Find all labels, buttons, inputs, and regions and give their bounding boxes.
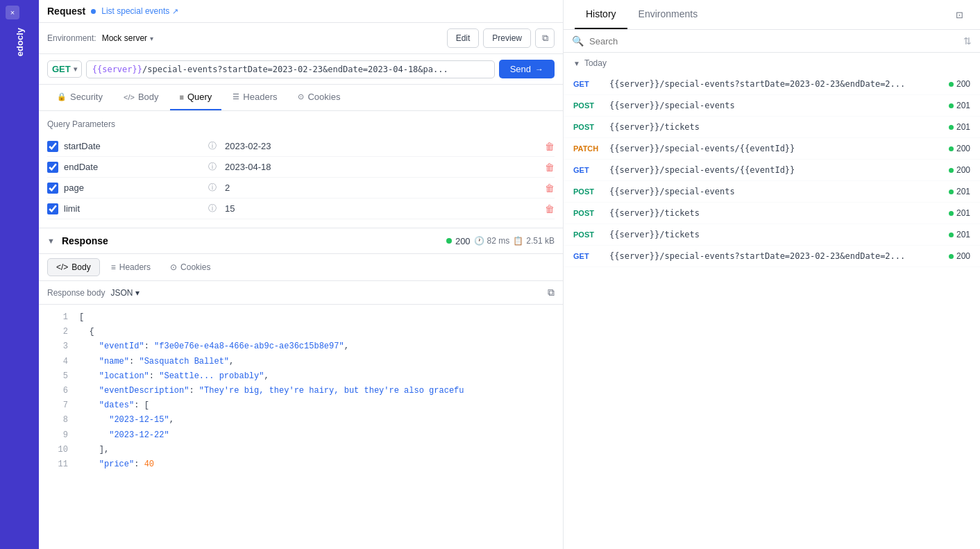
- format-selector[interactable]: JSON ▾: [110, 288, 140, 298]
- tab-history[interactable]: History: [575, 0, 627, 29]
- status-dot: [446, 238, 452, 244]
- history-method: GET: [573, 252, 604, 260]
- clock-icon: 🕐: [474, 236, 484, 246]
- line-number: 5: [47, 370, 68, 383]
- json-punct: ,: [264, 371, 269, 381]
- method-selector[interactable]: GET ▾: [47, 60, 82, 78]
- tab-headers[interactable]: ☰ Headers: [223, 85, 287, 110]
- history-status: 201: [949, 101, 970, 110]
- close-button[interactable]: ×: [6, 6, 19, 19]
- json-number: 40: [144, 459, 154, 469]
- history-method: GET: [573, 80, 604, 88]
- line-content: {: [79, 326, 94, 339]
- resp-tab-body[interactable]: </> Body: [47, 258, 100, 276]
- collapse-icon[interactable]: ▼: [47, 237, 55, 245]
- line-content: ],: [79, 444, 109, 457]
- json-punct: [79, 386, 99, 396]
- send-button[interactable]: Send →: [499, 60, 555, 78]
- format-value: JSON: [110, 288, 133, 298]
- history-item[interactable]: POST {{server}}/tickets 201: [564, 224, 980, 246]
- send-label: Send: [510, 64, 531, 74]
- history-item[interactable]: POST {{server}}/special-events 201: [564, 95, 980, 117]
- json-punct: ,: [344, 341, 349, 351]
- preview-button[interactable]: Preview: [483, 28, 531, 48]
- copy-env-button[interactable]: ⧉: [535, 28, 555, 48]
- param-info-endDate[interactable]: ⓘ: [208, 161, 219, 173]
- param-checkbox-startDate[interactable]: [47, 141, 58, 152]
- history-status: 201: [949, 230, 970, 239]
- param-name-startDate: startDate: [64, 141, 203, 151]
- response-header: ▼ Response 200 🕐 82 ms 📋 2.51 kB: [39, 228, 563, 254]
- history-method: POST: [573, 187, 604, 196]
- tab-headers-label: Headers: [243, 92, 277, 102]
- history-status-code: 200: [956, 79, 970, 89]
- param-checkbox-endDate[interactable]: [47, 162, 58, 173]
- query-params-list: startDate ⓘ 2023-02-23 🗑 endDate ⓘ 2023-…: [47, 136, 555, 219]
- history-status-dot: [949, 211, 954, 216]
- tab-query[interactable]: ≡ Query: [170, 85, 222, 110]
- param-info-startDate[interactable]: ⓘ: [208, 140, 219, 152]
- line-content: "eventDescription": "They're big, they'r…: [79, 385, 464, 398]
- history-extra-button[interactable]: ⊡: [949, 5, 969, 24]
- param-row: limit ⓘ 15 🗑: [47, 199, 555, 219]
- history-item[interactable]: GET {{server}}/special-events?startDate=…: [564, 246, 980, 267]
- history-item[interactable]: GET {{server}}/special-events?startDate=…: [564, 74, 980, 95]
- response-section: ▼ Response 200 🕐 82 ms 📋 2.51 kB </> Bod…: [39, 228, 563, 549]
- history-status-code: 201: [956, 187, 970, 196]
- filter-icon[interactable]: ⇅: [963, 35, 972, 47]
- line-number: 4: [47, 355, 68, 369]
- line-content: "price": 40: [79, 458, 154, 471]
- copy-response-button[interactable]: ⧉: [548, 287, 555, 298]
- history-status: 201: [949, 208, 970, 218]
- tab-cookies[interactable]: ⊙ Cookies: [288, 85, 350, 110]
- param-info-limit[interactable]: ⓘ: [208, 203, 219, 214]
- request-tab-tag[interactable]: List special events ↗: [101, 6, 178, 16]
- json-punct: ,: [229, 357, 234, 366]
- resp-body-icon: </>: [56, 262, 68, 272]
- param-checkbox-limit[interactable]: [47, 203, 58, 214]
- history-tab-label: History: [586, 8, 616, 19]
- cookies-icon: ⊙: [298, 92, 304, 101]
- tab-security[interactable]: 🔒 Security: [47, 85, 112, 110]
- url-input[interactable]: {{server}}/special-events?startDate=2023…: [86, 60, 495, 78]
- history-status-code: 201: [956, 230, 970, 239]
- history-panel: History Environments ⊡ 🔍 ⇅ ▼ Today GET {…: [564, 0, 980, 549]
- history-section-today[interactable]: ▼ Today: [564, 53, 980, 74]
- param-value-limit: 15: [225, 203, 539, 214]
- resp-tab-headers[interactable]: ≡ Headers: [103, 259, 159, 276]
- param-delete-startDate[interactable]: 🗑: [545, 141, 555, 152]
- history-status-dot: [949, 168, 954, 173]
- url-server-part: {{server}}: [92, 65, 142, 74]
- history-item[interactable]: GET {{server}}/special-events/{{eventId}…: [564, 160, 980, 181]
- line-content: "eventId": "f3e0e76e-e4a8-466e-ab9c-ae36…: [79, 340, 349, 353]
- history-item[interactable]: PATCH {{server}}/special-events/{{eventI…: [564, 138, 980, 160]
- history-list: GET {{server}}/special-events?startDate=…: [564, 74, 980, 267]
- history-item[interactable]: POST {{server}}/tickets 201: [564, 203, 980, 224]
- param-info-page[interactable]: ⓘ: [208, 182, 219, 194]
- environment-selector[interactable]: Mock server ▾: [102, 33, 153, 43]
- code-line: 10 ],: [39, 443, 563, 457]
- resp-tab-cookies[interactable]: ⊙ Cookies: [162, 259, 219, 276]
- param-checkbox-page[interactable]: [47, 183, 58, 194]
- history-item[interactable]: POST {{server}}/special-events 201: [564, 181, 980, 203]
- code-line: 3 "eventId": "f3e0e76e-e4a8-466e-ab9c-ae…: [39, 339, 563, 354]
- code-line: 1[: [39, 310, 563, 325]
- param-name-page: page: [64, 183, 203, 193]
- line-content: "location": "Seattle... probably",: [79, 370, 269, 383]
- search-input[interactable]: [589, 36, 958, 47]
- history-url: {{server}}/tickets: [609, 122, 943, 132]
- history-item[interactable]: POST {{server}}/tickets 201: [564, 117, 980, 138]
- history-method: POST: [573, 230, 604, 239]
- param-delete-endDate[interactable]: 🗑: [545, 162, 555, 173]
- request-tabs-bar: 🔒 Security </> Body ≡ Query ☰ Headers ⊙ …: [39, 85, 563, 111]
- section-title: Today: [584, 58, 607, 68]
- param-delete-limit[interactable]: 🗑: [545, 203, 555, 214]
- param-delete-page[interactable]: 🗑: [545, 183, 555, 194]
- param-value-page: 2: [225, 183, 539, 193]
- query-params-section: Query Parameters startDate ⓘ 2023-02-23 …: [39, 111, 563, 228]
- resp-cookies-icon: ⊙: [170, 262, 177, 272]
- tab-body[interactable]: </> Body: [114, 85, 169, 110]
- edit-button[interactable]: Edit: [447, 28, 480, 48]
- history-status: 200: [949, 79, 970, 89]
- tab-environments[interactable]: Environments: [627, 0, 709, 29]
